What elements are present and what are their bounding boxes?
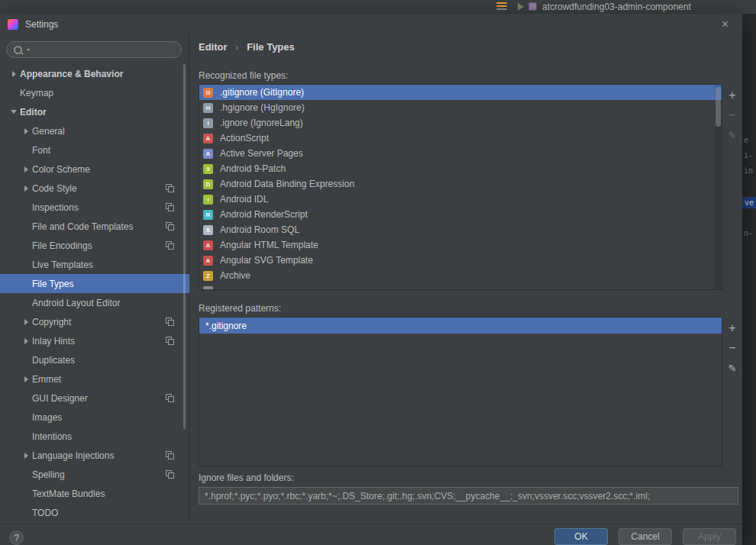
sidebar-item-appearance-behavior[interactable]: Appearance & Behavior bbox=[0, 64, 189, 83]
file-type-row-angular-svg-template[interactable]: AAngular SVG Template bbox=[199, 253, 722, 268]
sidebar-item-file-encodings[interactable]: File Encodings bbox=[0, 236, 189, 255]
sidebar-item-live-templates[interactable]: Live Templates bbox=[0, 255, 189, 274]
file-type-row-angular-html-template[interactable]: AAngular HTML Template bbox=[199, 237, 722, 253]
sidebar-item-android-layout-editor[interactable]: Android Layout Editor bbox=[0, 293, 189, 312]
file-type-label: ActionScript bbox=[220, 133, 269, 144]
list-scrollbar[interactable] bbox=[715, 85, 722, 289]
registered-patterns-label: Registered patterns: bbox=[199, 303, 281, 314]
sidebar-item-todo[interactable]: TODO bbox=[0, 503, 189, 522]
file-type-row-android-data-binding-expression[interactable]: DAndroid Data Binding Expression bbox=[199, 176, 722, 192]
expand-right-icon[interactable] bbox=[20, 376, 32, 382]
sidebar-item-label: Android Layout Editor bbox=[32, 298, 120, 308]
sidebar-item-color-scheme[interactable]: Color Scheme bbox=[0, 160, 189, 179]
sidebar-item-images[interactable]: Images bbox=[0, 408, 189, 427]
sidebar-item-inspections[interactable]: Inspections bbox=[0, 198, 189, 217]
sidebar-item-code-style[interactable]: Code Style bbox=[0, 179, 189, 198]
file-type-row-active-server-pages[interactable]: AActive Server Pages bbox=[199, 146, 722, 161]
pattern-label: *.gitignore bbox=[205, 321, 247, 331]
file-type-icon: R bbox=[203, 210, 213, 220]
list-scrollbar-thumb[interactable] bbox=[716, 87, 721, 127]
file-type-label: Android RenderScript bbox=[220, 209, 308, 220]
file-type-icon: A bbox=[203, 240, 213, 250]
file-type-row-actionscript[interactable]: AActionScript bbox=[199, 131, 722, 146]
search-icon bbox=[14, 46, 22, 54]
expand-right-icon[interactable] bbox=[20, 128, 32, 134]
expand-down-icon[interactable] bbox=[8, 110, 20, 114]
recognized-file-types-list: G.gitignore (GitIgnore)H.hgignore (HgIgn… bbox=[199, 84, 722, 290]
file-type-row-archive[interactable]: ZArchive bbox=[199, 268, 722, 283]
close-icon[interactable]: × bbox=[722, 19, 735, 30]
expand-right-icon[interactable] bbox=[20, 166, 32, 173]
dialog-footer: ? OK Cancel Apply bbox=[0, 524, 742, 545]
shared-settings-icon bbox=[166, 222, 174, 231]
menu-icon bbox=[496, 2, 507, 10]
add-file-type-button[interactable]: + bbox=[725, 89, 739, 102]
sidebar-item-editor[interactable]: Editor bbox=[0, 102, 189, 121]
sidebar-item-intentions[interactable]: Intentions bbox=[0, 427, 189, 446]
sidebar-item-keymap[interactable]: Keymap bbox=[0, 83, 189, 102]
file-type-row-hgignore-hgignore[interactable]: H.hgignore (HgIgnore) bbox=[199, 100, 722, 115]
file-type-label: Angular SVG Template bbox=[220, 255, 313, 266]
recognized-file-types-label: Recognized file types: bbox=[199, 70, 288, 81]
file-type-label: Archive bbox=[220, 270, 250, 281]
shared-settings-icon bbox=[166, 203, 174, 211]
expand-right-icon[interactable] bbox=[20, 338, 32, 344]
expand-right-icon[interactable] bbox=[20, 453, 32, 459]
ignore-files-label: Ignore files and folders: bbox=[199, 472, 294, 483]
sidebar-item-copyright[interactable]: Copyright bbox=[0, 312, 189, 331]
file-type-icon: D bbox=[203, 179, 213, 189]
settings-tree: Appearance & BehaviorKeymapEditorGeneral… bbox=[0, 64, 189, 524]
apply-button[interactable]: Apply bbox=[683, 528, 736, 545]
sidebar-item-spelling[interactable]: Spelling bbox=[0, 465, 189, 484]
remove-pattern-button[interactable]: − bbox=[725, 341, 739, 355]
sidebar-item-duplicates[interactable]: Duplicates bbox=[0, 350, 189, 369]
sidebar-item-file-types[interactable]: File Types bbox=[0, 274, 189, 293]
add-pattern-button[interactable]: + bbox=[725, 321, 739, 335]
file-type-label: Active Server Pages bbox=[220, 148, 303, 159]
file-type-row-item[interactable] bbox=[199, 283, 722, 290]
file-type-row-gitignore-gitignore[interactable]: G.gitignore (GitIgnore) bbox=[199, 85, 722, 100]
sidebar-item-label: Color Scheme bbox=[32, 164, 90, 175]
pattern-row-gitignore[interactable]: *.gitignore bbox=[199, 318, 722, 334]
expand-right-icon[interactable] bbox=[8, 71, 20, 77]
sidebar-item-label: File Encodings bbox=[32, 240, 92, 251]
sidebar-item-label: Inspections bbox=[32, 202, 79, 213]
file-type-row-ignore-ignorelang[interactable]: I.ignore (IgnoreLang) bbox=[199, 115, 722, 131]
ok-button[interactable]: OK bbox=[554, 528, 608, 545]
ignore-files-input[interactable] bbox=[199, 487, 738, 505]
search-input[interactable] bbox=[31, 44, 174, 56]
sidebar-item-textmate-bundles[interactable]: TextMate Bundles bbox=[0, 484, 189, 503]
sidebar-item-font[interactable]: Font bbox=[0, 140, 189, 160]
settings-search[interactable] bbox=[6, 41, 182, 58]
file-type-row-android-9-patch[interactable]: 9Android 9-Patch bbox=[199, 161, 722, 176]
sidebar-item-emmet[interactable]: Emmet bbox=[0, 369, 189, 389]
file-type-row-android-room-sql[interactable]: SAndroid Room SQL bbox=[199, 222, 722, 237]
file-type-row-android-idl[interactable]: IAndroid IDL bbox=[199, 192, 722, 207]
file-type-row-android-renderscript[interactable]: RAndroid RenderScript bbox=[199, 207, 722, 222]
file-type-icon bbox=[203, 286, 213, 291]
sidebar-item-file-and-code-templates[interactable]: File and Code Templates bbox=[0, 217, 189, 236]
shared-settings-icon bbox=[166, 451, 174, 460]
sidebar-item-language-injections[interactable]: Language Injections bbox=[0, 446, 189, 465]
sidebar-item-general[interactable]: General bbox=[0, 121, 189, 140]
expand-right-icon[interactable] bbox=[20, 185, 32, 192]
sidebar-item-label: General bbox=[32, 126, 65, 137]
edit-pattern-button[interactable]: ✎ bbox=[725, 361, 739, 375]
editor-text-fragment: in bbox=[744, 166, 753, 175]
help-button[interactable]: ? bbox=[9, 530, 24, 545]
cancel-button[interactable]: Cancel bbox=[619, 528, 672, 545]
file-type-icon: I bbox=[203, 118, 213, 128]
sidebar-item-inlay-hints[interactable]: Inlay Hints bbox=[0, 331, 189, 350]
shared-settings-icon bbox=[166, 184, 174, 192]
file-type-label: Android Room SQL bbox=[220, 224, 299, 235]
dialog-title: Settings bbox=[25, 19, 58, 30]
edit-file-type-button[interactable]: ✎ bbox=[725, 128, 739, 142]
file-type-icon: G bbox=[203, 88, 213, 98]
sidebar-item-gui-designer[interactable]: GUI Designer bbox=[0, 389, 189, 408]
remove-file-type-button[interactable]: − bbox=[725, 108, 739, 122]
expand-right-icon[interactable] bbox=[20, 319, 32, 325]
sidebar-scrollbar[interactable] bbox=[183, 64, 186, 429]
sidebar-item-label: Spelling bbox=[32, 469, 65, 480]
breadcrumb-editor[interactable]: Editor bbox=[199, 41, 228, 53]
screen: atcrowdfunding03-admin-component ei-inve… bbox=[0, 0, 756, 545]
